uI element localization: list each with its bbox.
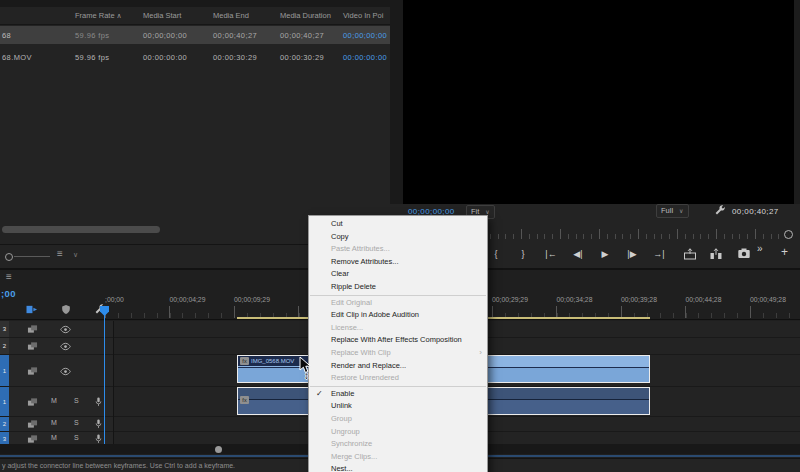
mute-button[interactable]: M	[51, 434, 57, 441]
monitor-right-edge	[794, 0, 800, 204]
menu-item-replace-with-after-effects-composition[interactable]: Replace With After Effects Composition	[309, 334, 487, 347]
monitor-zoom-scroll-handle[interactable]	[784, 230, 793, 239]
column-header-media-end[interactable]: Media End	[213, 11, 249, 20]
column-header-media-start[interactable]: Media Start	[143, 11, 181, 20]
menu-item-render-and-replace[interactable]: Render and Replace...	[309, 360, 487, 373]
mark-out-icon[interactable]: }	[521, 246, 524, 262]
ruler-label: ;00;00	[105, 296, 124, 303]
go-to-in-icon[interactable]: |←	[545, 246, 556, 262]
solo-button[interactable]: S	[74, 434, 79, 441]
play-icon[interactable]: ▶	[602, 246, 609, 262]
ruler-label: 00;00;09;29	[234, 296, 270, 303]
audio-track-header-1: 1MS	[0, 387, 113, 417]
video-track-header-2: 2	[0, 338, 113, 355]
source-patch-audio1[interactable]: 1	[0, 387, 9, 416]
sync-lock-icon[interactable]	[27, 341, 38, 351]
menu-item-edit-clip-in-adobe-audition[interactable]: Edit Clip in Adobe Audition	[309, 309, 487, 322]
cell-video-in-point: 00:00:00:00	[343, 53, 387, 62]
sync-lock-icon[interactable]	[27, 366, 38, 376]
menu-item-remove-attributes[interactable]: Remove Attributes...	[309, 256, 487, 269]
timeline-panel-menu-icon[interactable]: ≡	[6, 271, 12, 282]
menu-item-cut[interactable]: Cut	[309, 218, 487, 231]
sync-lock-icon[interactable]	[27, 434, 38, 444]
cell-media-end: 00:00:30:29	[213, 53, 257, 62]
cell-media-start: 00;00;00;00	[143, 31, 187, 40]
chevron-down-icon: ∨	[679, 208, 683, 214]
source-patch-video3[interactable]: 3	[0, 321, 9, 337]
toggle-track-output-icon[interactable]	[60, 342, 71, 351]
project-horizontal-scrollbar[interactable]	[2, 226, 160, 233]
zoom-slider-knob[interactable]	[5, 253, 13, 261]
cell-media-duration: 00:00:30:29	[280, 53, 324, 62]
chevron-down-icon[interactable]: ∨	[73, 251, 78, 259]
audio-track-header-2: 2MS	[0, 417, 113, 432]
menu-item-edit-original: Edit Original	[309, 297, 487, 310]
cell-clip-name: 68.MOV	[2, 53, 32, 62]
menu-item-ripple-delete[interactable]: Ripple Delete	[309, 281, 487, 294]
checkmark-icon: ✓	[316, 388, 323, 401]
cell-video-in-point: 00;00;00;00	[343, 31, 387, 40]
toggle-track-output-icon[interactable]	[60, 325, 71, 334]
cell-media-duration: 00;00;40;27	[280, 31, 324, 40]
step-back-icon[interactable]: ◀|	[573, 246, 582, 262]
monitor-duration-timecode: 00;00;40;27	[732, 207, 779, 216]
column-header-media-duration[interactable]: Media Duration	[280, 11, 331, 20]
toggle-track-output-icon[interactable]	[60, 367, 71, 376]
voiceover-record-icon[interactable]	[94, 418, 103, 430]
ruler-label: 00;00;34;28	[557, 296, 593, 303]
ruler-label: 00;00;44;28	[686, 296, 722, 303]
lift-icon[interactable]	[684, 248, 697, 260]
zoom-slider-track[interactable]	[14, 256, 50, 257]
step-forward-icon[interactable]: |▶	[627, 246, 636, 262]
playback-resolution-value: Full	[661, 206, 673, 215]
menu-item-synchronize: Synchronize	[309, 438, 487, 451]
voiceover-record-icon[interactable]	[94, 396, 103, 408]
timeline-playhead-timecode[interactable]: ;00	[1, 288, 16, 299]
playback-resolution-dropdown[interactable]: Full∨	[656, 204, 689, 218]
list-view-icon[interactable]: ≡	[57, 248, 63, 259]
export-frame-icon[interactable]	[738, 248, 751, 259]
solo-button[interactable]: S	[74, 397, 79, 404]
extract-icon[interactable]	[710, 248, 723, 260]
sync-lock-icon[interactable]	[27, 419, 38, 429]
linked-selection-icon[interactable]	[61, 304, 71, 315]
menu-item-nest[interactable]: Nest...	[309, 463, 487, 472]
menu-item-clear[interactable]: Clear	[309, 268, 487, 281]
ruler-label: 00;00;29;29	[492, 296, 528, 303]
mark-in-icon[interactable]: {	[494, 246, 497, 262]
mute-button[interactable]: M	[51, 419, 57, 426]
fx-badge[interactable]: fx	[240, 357, 249, 365]
video-track-header-3: 3	[0, 321, 113, 338]
cell-clip-name: 68	[2, 31, 11, 40]
cell-media-start: 00:00:00:00	[143, 53, 187, 62]
add-button[interactable]: +	[781, 245, 788, 259]
sort-ascending-icon: ∧	[115, 12, 122, 19]
source-patch-video2[interactable]: 2	[0, 338, 9, 354]
column-header-video-in-poi[interactable]: Video In Poi	[343, 11, 383, 20]
menu-item-merge-clips: Merge Clips...	[309, 451, 487, 464]
premiere-pro-window: Frame Rate ∧Media StartMedia EndMedia Du…	[0, 0, 800, 472]
menu-separator	[310, 295, 486, 296]
timeline-scrollbar-knob[interactable]	[215, 446, 222, 453]
menu-separator	[310, 386, 486, 387]
program-monitor-video-area	[403, 0, 794, 204]
column-header-frame-rate[interactable]: Frame Rate ∧	[75, 11, 122, 20]
source-patch-audio2[interactable]: 2	[0, 417, 9, 431]
go-to-out-icon[interactable]: →|	[653, 246, 664, 262]
project-column-header-row: Frame Rate ∧Media StartMedia EndMedia Du…	[0, 7, 390, 25]
menu-item-copy[interactable]: Copy	[309, 231, 487, 244]
solo-button[interactable]: S	[74, 419, 79, 426]
menu-item-restore-unrendered: Restore Unrendered	[309, 372, 487, 385]
menu-item-enable[interactable]: Enable✓	[309, 388, 487, 401]
project-row-68-mov[interactable]: 68.MOV59.96 fps00:00:00:0000:00:30:2900:…	[0, 48, 390, 66]
more-buttons-chevron[interactable]: »	[757, 243, 763, 254]
project-row-68[interactable]: 6859.96 fps00;00;00;0000;00;40;2700;00;4…	[0, 26, 390, 44]
nest-toggle-icon[interactable]	[26, 304, 38, 315]
sync-lock-icon[interactable]	[27, 324, 38, 334]
source-patch-video1[interactable]: 1	[0, 355, 9, 386]
sync-lock-icon[interactable]	[27, 397, 38, 407]
fx-badge[interactable]: fx	[240, 396, 249, 404]
monitor-settings-wrench-icon[interactable]	[714, 205, 726, 217]
menu-item-unlink[interactable]: Unlink	[309, 400, 487, 413]
mute-button[interactable]: M	[51, 397, 57, 404]
